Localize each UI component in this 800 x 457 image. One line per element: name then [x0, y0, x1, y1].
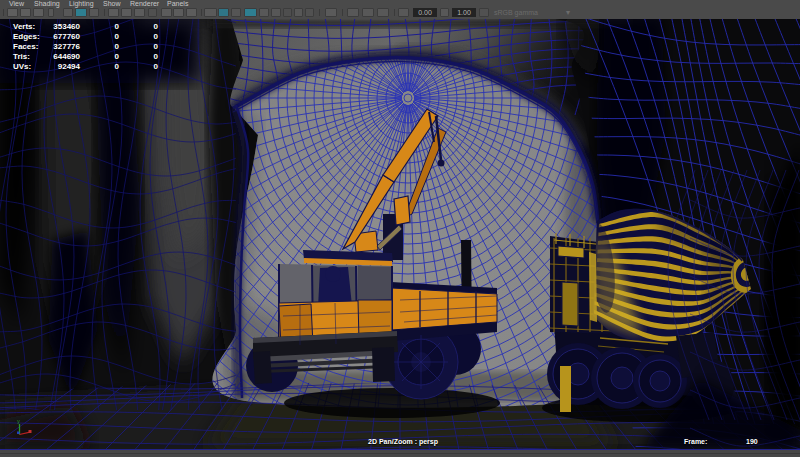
svg-text:y: y — [17, 418, 20, 424]
